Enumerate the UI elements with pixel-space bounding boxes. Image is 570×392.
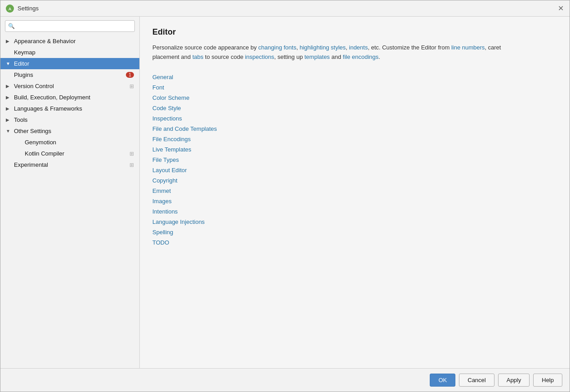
app-icon: A	[6, 4, 14, 13]
sidebar-item-other-settings[interactable]: ▼ Other Settings	[0, 125, 139, 137]
link-intentions[interactable]: Intentions	[152, 207, 557, 216]
sidebar-item-keymap[interactable]: Keymap	[0, 47, 139, 58]
ok-button[interactable]: OK	[430, 374, 455, 387]
arrow-icon: ▶	[6, 106, 12, 111]
sidebar-item-languages[interactable]: ▶ Languages & Frameworks	[0, 103, 139, 114]
sidebar-item-kotlin-compiler[interactable]: Kotlin Compiler ⊞	[0, 148, 139, 159]
arrow-icon: ▼	[6, 61, 12, 66]
link-emmet[interactable]: Emmet	[152, 187, 557, 195]
link-templates[interactable]: templates	[304, 53, 330, 60]
sidebar-item-tools[interactable]: ▶ Tools	[0, 114, 139, 125]
link-images[interactable]: Images	[152, 197, 557, 205]
link-file-encodings[interactable]: File Encodings	[152, 135, 557, 143]
link-layout-editor[interactable]: Layout Editor	[152, 166, 557, 174]
arrow-icon: ▶	[6, 39, 12, 44]
arrow-icon: ▶	[6, 84, 12, 89]
link-file-and-code-templates[interactable]: File and Code Templates	[152, 125, 557, 133]
window-title: Settings	[18, 5, 557, 12]
sidebar: 🔍 ▶ Appearance & Behavior Keymap ▼ Edito…	[0, 17, 140, 368]
link-todo[interactable]: TODO	[152, 238, 557, 247]
content-panel: Editor Personalize source code appearanc…	[140, 17, 570, 368]
arrow-icon: ▼	[6, 129, 12, 134]
link-color-scheme[interactable]: Color Scheme	[152, 94, 557, 102]
arrow-icon: ▶	[6, 95, 12, 100]
link-inspections[interactable]: inspections	[245, 53, 274, 60]
apply-button[interactable]: Apply	[498, 374, 530, 387]
page-title: Editor	[152, 27, 557, 37]
arrow-icon: ▶	[6, 117, 12, 122]
link-language-injections[interactable]: Language Injections	[152, 218, 557, 226]
editor-links: General Font Color Scheme Code Style Ins…	[152, 73, 557, 247]
link-changing-fonts[interactable]: changing fonts	[258, 44, 297, 51]
sidebar-items: ▶ Appearance & Behavior Keymap ▼ Editor …	[0, 36, 139, 368]
link-font[interactable]: Font	[152, 83, 557, 92]
link-code-style[interactable]: Code Style	[152, 104, 557, 112]
link-indents[interactable]: indents	[349, 44, 368, 51]
link-general[interactable]: General	[152, 73, 557, 81]
sidebar-item-genymotion[interactable]: Genymotion	[0, 137, 139, 148]
link-inspections[interactable]: Inspections	[152, 114, 557, 123]
footer: OK Cancel Apply Help	[0, 368, 570, 392]
help-button[interactable]: Help	[533, 374, 562, 387]
sidebar-item-build[interactable]: ▶ Build, Execution, Deployment	[0, 92, 139, 103]
content-description: Personalize source code appearance by ch…	[152, 43, 521, 62]
folder-icon: ⊞	[129, 83, 134, 89]
main-content: 🔍 ▶ Appearance & Behavior Keymap ▼ Edito…	[0, 17, 570, 368]
folder-icon: ⊞	[129, 151, 134, 157]
search-input[interactable]	[5, 20, 135, 32]
folder-icon: ⊞	[129, 162, 134, 168]
close-button[interactable]: ✕	[557, 5, 564, 12]
sidebar-item-version-control[interactable]: ▶ Version Control ⊞	[0, 80, 139, 92]
search-box: 🔍	[5, 20, 135, 32]
search-icon: 🔍	[8, 23, 15, 29]
sidebar-item-editor[interactable]: ▼ Editor	[0, 58, 139, 69]
cancel-button[interactable]: Cancel	[459, 374, 494, 387]
link-tabs[interactable]: tabs	[192, 53, 204, 60]
plugins-badge: 1	[126, 72, 134, 78]
title-bar: A Settings ✕	[0, 0, 570, 17]
link-highlighting[interactable]: highlighting styles	[299, 44, 346, 51]
sidebar-item-plugins[interactable]: Plugins 1	[0, 69, 139, 80]
link-line-numbers[interactable]: line numbers	[451, 44, 485, 51]
link-copyright[interactable]: Copyright	[152, 176, 557, 185]
sidebar-item-experimental[interactable]: Experimental ⊞	[0, 159, 139, 170]
sidebar-item-appearance[interactable]: ▶ Appearance & Behavior	[0, 36, 139, 47]
link-file-encodings[interactable]: file encodings	[343, 53, 379, 60]
link-live-templates[interactable]: Live Templates	[152, 145, 557, 154]
settings-window: A Settings ✕ 🔍 ▶ Appearance & Behavior	[0, 0, 570, 392]
link-spelling[interactable]: Spelling	[152, 228, 557, 236]
link-file-types[interactable]: File Types	[152, 156, 557, 164]
svg-text:A: A	[9, 7, 12, 11]
